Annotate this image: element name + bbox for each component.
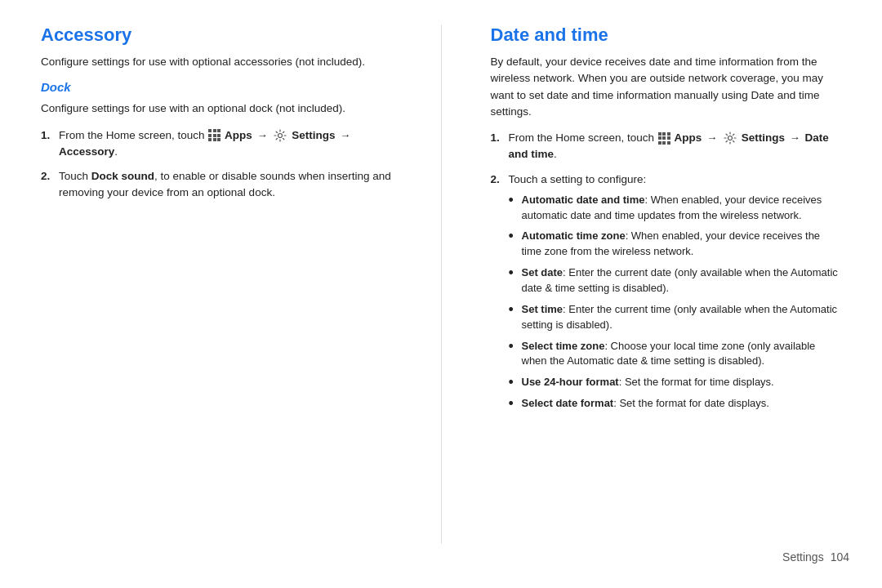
bullet-text-6: Select date format: Set the format for d… (522, 396, 842, 412)
bullet-item-4: •Select time zone: Choose your local tim… (509, 339, 842, 370)
bullet-rest-5: : Set the format for time displays. (619, 376, 774, 388)
bullet-bold-5: Use 24-hour format (522, 376, 619, 388)
bullet-bold-3: Set time (522, 303, 564, 315)
bullet-item-6: •Select date format: Set the format for … (509, 396, 842, 412)
datetime-bullet-list: •Automatic date and time: When enabled, … (509, 193, 842, 412)
bullet-text-3: Set time: Enter the current time (only a… (522, 302, 842, 333)
bullet-dot-3: • (509, 302, 519, 317)
bullet-text-4: Select time zone: Choose your local time… (522, 339, 842, 370)
dt-step2-prefix: Touch a setting to configure: (509, 173, 647, 185)
bullet-bold-6: Select date format (522, 397, 614, 409)
datetime-step-2: 2. Touch a setting to configure: •Automa… (491, 172, 842, 417)
dt-step1-arrow2: → (790, 131, 800, 144)
left-column: Accessory Configure settings for use wit… (33, 24, 400, 544)
step1-period: . (114, 145, 118, 158)
bullet-text-5: Use 24-hour format: Set the format for t… (522, 375, 842, 390)
bullet-item-2: •Set date: Enter the current date (only … (509, 265, 842, 296)
dt-step-2-content: Touch a setting to configure: •Automatic… (509, 172, 842, 417)
dt-step1-prefix: From the Home screen, touch (509, 131, 655, 144)
svg-point-0 (278, 133, 283, 137)
step1-arrow2: → (340, 129, 350, 141)
step-number-2: 2. (41, 168, 56, 202)
bullet-dot-0: • (509, 193, 519, 207)
dt-step1-period: . (554, 148, 557, 160)
bullet-item-1: •Automatic time zone: When enabled, your… (509, 229, 842, 260)
svg-point-1 (728, 136, 732, 140)
dock-subtitle: Dock (41, 80, 392, 94)
accessory-steps: 1. From the Home screen, touch Apps → (41, 127, 392, 202)
dock-intro: Configure settings for use with an optio… (41, 100, 392, 117)
bullet-bold-0: Automatic date and time (522, 194, 645, 206)
columns: Accessory Configure settings for use wit… (33, 24, 849, 544)
bullet-text-2: Set date: Enter the current date (only a… (522, 265, 842, 296)
step2-dock-sound: Dock sound (91, 170, 154, 182)
step2-prefix: Touch (59, 170, 91, 182)
bullet-item-3: •Set time: Enter the current time (only … (509, 302, 842, 333)
datetime-steps: 1. From the Home screen, touch Apps → (491, 130, 842, 417)
page-footer: Settings 104 (33, 544, 849, 564)
accessory-step-2: 2. Touch Dock sound, to enable or disabl… (41, 168, 392, 202)
page: Accessory Configure settings for use wit… (0, 0, 882, 588)
step-number-1: 1. (41, 127, 56, 161)
step1-arrow1: → (257, 129, 268, 141)
bullet-dot-4: • (509, 339, 519, 354)
bullet-bold-2: Set date (522, 266, 564, 278)
datetime-step-1: 1. From the Home screen, touch Apps → (491, 130, 842, 163)
bullet-dot-1: • (509, 229, 519, 243)
datetime-intro: By default, your device receives date an… (491, 54, 842, 120)
dt-step1-settings-label: Settings (742, 131, 785, 144)
footer-page-number: 104 (831, 550, 849, 564)
step1-suffix: Accessory (59, 145, 114, 158)
step-2-content: Touch Dock sound, to enable or disable s… (59, 168, 392, 202)
dt-step-number-2: 2. (491, 172, 506, 417)
dt-step1-apps-label: Apps (675, 131, 702, 144)
bullet-rest-6: : Set the format for date displays. (613, 397, 769, 409)
step1-prefix: From the Home screen, touch (59, 129, 205, 141)
accessory-step-1: 1. From the Home screen, touch Apps → (41, 127, 392, 161)
bullet-text-0: Automatic date and time: When enabled, y… (522, 193, 842, 224)
dt-step-1-content: From the Home screen, touch Apps → (509, 130, 842, 163)
bullet-bold-1: Automatic time zone (522, 229, 626, 242)
dt-step1-arrow1: → (706, 131, 717, 144)
step1-settings-label: Settings (292, 129, 335, 141)
apps-grid-icon (208, 129, 220, 141)
footer-label: Settings (782, 550, 824, 564)
bullet-rest-2: : Enter the current date (only available… (522, 266, 838, 294)
dt-apps-grid-icon (658, 132, 670, 145)
bullet-item-5: •Use 24-hour format: Set the format for … (509, 375, 842, 390)
bullet-item-0: •Automatic date and time: When enabled, … (509, 193, 842, 224)
bullet-bold-4: Select time zone (522, 340, 605, 352)
accessory-intro: Configure settings for use with optional… (41, 54, 392, 70)
bullet-text-1: Automatic time zone: When enabled, your … (522, 229, 842, 260)
settings-gear-icon (274, 129, 287, 142)
accessory-title: Accessory (41, 24, 392, 46)
datetime-title: Date and time (491, 24, 842, 46)
dt-step-number-1: 1. (491, 130, 506, 163)
bullet-dot-5: • (509, 375, 519, 390)
bullet-dot-2: • (509, 265, 519, 280)
step-1-content: From the Home screen, touch Apps → (59, 127, 392, 161)
bullet-rest-3: : Enter the current time (only available… (522, 303, 838, 331)
column-divider (441, 24, 442, 544)
right-column: Date and time By default, your device re… (483, 24, 850, 544)
dt-settings-gear-icon (724, 131, 737, 145)
bullet-dot-6: • (509, 396, 519, 411)
step1-apps-label: Apps (225, 129, 252, 141)
